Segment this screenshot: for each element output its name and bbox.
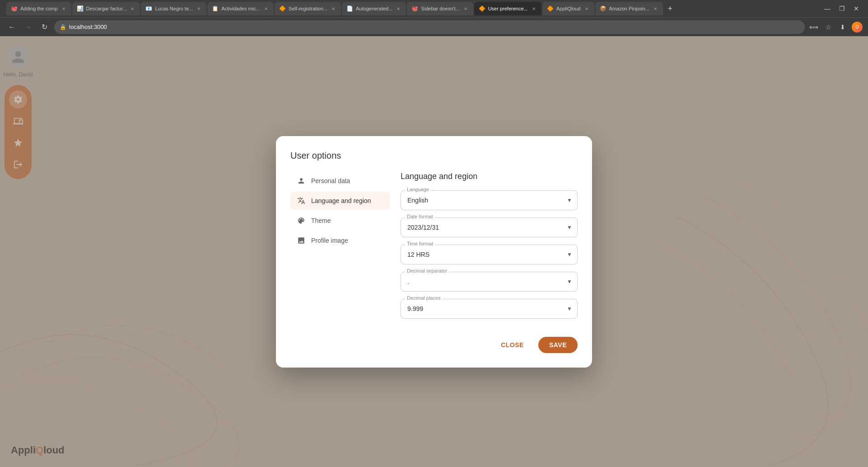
back-button[interactable]: ←	[5, 21, 18, 33]
modal-title: User options	[290, 151, 578, 161]
decimal-separator-field: Decimal separator . , ▼	[401, 272, 578, 292]
tab-close-icon[interactable]: ✕	[61, 5, 67, 12]
decimal-separator-select[interactable]: . ,	[401, 272, 578, 292]
maximize-button[interactable]: ❐	[835, 2, 848, 15]
modal-nav-language-region[interactable]: Language and region	[290, 192, 390, 210]
decimal-places-field: Decimal places 9.999 9.99 9.9 9 ▼	[401, 299, 578, 319]
time-format-label: Time format	[405, 241, 435, 246]
tab-sidebar[interactable]: 🐙 Sidebar doesn't... ✕	[407, 2, 473, 15]
tab-close-icon[interactable]: ✕	[583, 5, 590, 12]
tab-lucas[interactable]: 📧 Lucas Negro te... ✕	[141, 2, 206, 15]
tab-adding-comp[interactable]: 🐙 Adding the comp ✕	[6, 2, 71, 15]
browser-chrome: 🐙 Adding the comp ✕ 📊 Descargar factur..…	[0, 0, 868, 36]
modal-overlay[interactable]: User options Personal data	[0, 36, 868, 467]
personal-data-icon	[297, 176, 306, 185]
theme-icon	[297, 216, 306, 225]
tab-close-icon[interactable]: ✕	[330, 5, 336, 12]
profile-image-label: Profile image	[311, 237, 348, 244]
modal-nav-personal-data[interactable]: Personal data	[290, 172, 390, 190]
tab-bar: 🐙 Adding the comp ✕ 📊 Descargar factur..…	[0, 0, 868, 17]
decimal-places-select[interactable]: 9.999 9.99 9.9 9	[401, 299, 578, 319]
personal-data-label: Personal data	[311, 177, 350, 184]
decimal-separator-label: Decimal separator	[405, 268, 449, 274]
tab-close-icon[interactable]: ✕	[196, 5, 202, 12]
date-format-label: Date format	[405, 214, 434, 219]
modal-footer: CLOSE SAVE	[290, 337, 578, 353]
tab-actividades[interactable]: 📋 Actividades mic... ✕	[207, 2, 274, 15]
tab-close-icon[interactable]: ✕	[395, 5, 401, 12]
date-format-field: Date format 2023/12/31 31/12/2023 12/31/…	[401, 217, 578, 237]
tab-close-icon[interactable]: ✕	[129, 5, 135, 12]
user-options-modal: User options Personal data	[276, 136, 592, 368]
language-field: Language English Spanish French ▼	[401, 190, 578, 210]
tab-appliqloud[interactable]: 🔶 AppliQloud ✕	[542, 2, 594, 15]
download-icon[interactable]: ⬇	[837, 22, 848, 33]
theme-label: Theme	[311, 217, 331, 224]
save-button[interactable]: SAVE	[538, 337, 578, 353]
modal-nav-theme[interactable]: Theme	[290, 212, 390, 230]
bookmark-icon[interactable]: ☆	[823, 22, 834, 33]
profile-image-icon	[297, 236, 306, 245]
url-bar[interactable]: 🔒 localhost:3000	[54, 20, 805, 34]
tab-descargar[interactable]: 📊 Descargar factur... ✕	[72, 2, 140, 15]
tab-close-icon[interactable]: ✕	[263, 5, 269, 12]
app-area: Hello, David	[0, 36, 868, 467]
tab-close-icon[interactable]: ✕	[531, 5, 537, 12]
url-text: localhost:3000	[69, 24, 107, 30]
date-format-select[interactable]: 2023/12/31 31/12/2023 12/31/2023	[401, 217, 578, 237]
translate-icon[interactable]: ⟺	[808, 22, 819, 33]
tab-close-icon[interactable]: ✕	[652, 5, 658, 12]
time-format-select[interactable]: 12 HRS 24 HRS	[401, 245, 578, 264]
close-button[interactable]: ✕	[850, 2, 863, 15]
modal-content-area: Language and region Language English Spa…	[401, 172, 578, 326]
refresh-button[interactable]: ↻	[38, 21, 51, 33]
decimal-places-label: Decimal places	[405, 295, 443, 301]
window-controls: — ❐ ✕	[821, 2, 866, 15]
modal-nav-profile-image[interactable]: Profile image	[290, 231, 390, 250]
language-select[interactable]: English Spanish French	[401, 190, 578, 210]
tab-autogenerated[interactable]: 📄 Autogenerated... ✕	[342, 2, 406, 15]
address-bar: ← → ↻ 🔒 localhost:3000 ⟺ ☆ ⬇ D	[0, 17, 868, 36]
tab-user-preferences[interactable]: 🔶 User preference... ✕	[474, 2, 541, 15]
modal-navigation: Personal data Language and region	[290, 172, 390, 326]
browser-profile-icon[interactable]: D	[852, 22, 863, 33]
language-region-label: Language and region	[311, 197, 371, 204]
address-icons: ⟺ ☆ ⬇ D	[808, 22, 863, 33]
minimize-button[interactable]: —	[821, 2, 834, 15]
time-format-field: Time format 12 HRS 24 HRS ▼	[401, 245, 578, 264]
new-tab-button[interactable]: +	[664, 2, 677, 15]
modal-body: Personal data Language and region	[290, 172, 578, 326]
language-region-icon	[297, 196, 306, 205]
close-button[interactable]: CLOSE	[492, 337, 533, 353]
tab-self-registration[interactable]: 🔶 Self-registration... ✕	[275, 2, 341, 15]
forward-button[interactable]: →	[22, 21, 34, 33]
tab-amazon[interactable]: 📦 Amazon Pinpoin... ✕	[595, 2, 663, 15]
section-title: Language and region	[401, 172, 578, 181]
tab-close-icon[interactable]: ✕	[462, 5, 469, 12]
language-label: Language	[405, 187, 431, 192]
